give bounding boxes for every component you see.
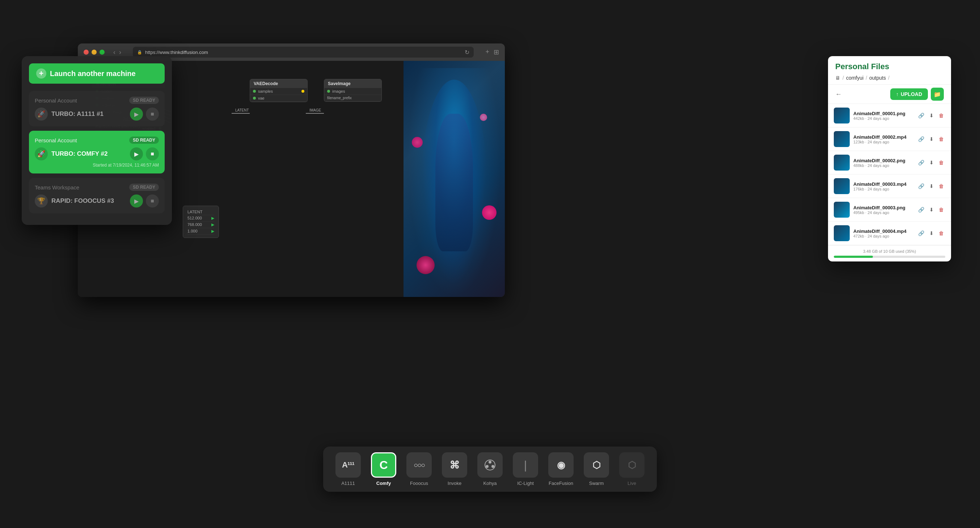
dock-item-swarm[interactable]: ⬡ Swarm bbox=[580, 452, 612, 486]
latent-box: LATENT 512.000 ▶ 768.000 ▶ 1.000 ▶ bbox=[183, 206, 219, 238]
file-download-3[interactable]: ⬇ bbox=[928, 158, 935, 167]
account2-time: Started at 7/19/2024, 11:46:57 AM bbox=[35, 163, 159, 167]
file-info-1: AnimateDiff_00001.png 442kb · 24 days ag… bbox=[853, 111, 913, 121]
file-meta-3: 488kb · 24 days ago bbox=[853, 163, 913, 167]
file-item-2: AnimateDiff_00002.mp4 123kb · 24 days ag… bbox=[828, 128, 951, 151]
account2-controls: ▶ ■ bbox=[130, 147, 159, 160]
invoke-label: Invoke bbox=[448, 480, 461, 486]
file-thumb-6 bbox=[834, 225, 850, 241]
svg-point-10 bbox=[486, 465, 488, 468]
file-name-4: AnimateDiff_00003.mp4 bbox=[853, 182, 913, 187]
files-toolbar: ← ↑ UPLOAD 📁 bbox=[828, 85, 951, 104]
machine-card-1: Personal Account SD READY 🚀 TURBO: A1111… bbox=[29, 91, 165, 126]
file-delete-5[interactable]: 🗑 bbox=[937, 205, 945, 214]
facefusion-label: FaceFusion bbox=[549, 480, 573, 486]
file-download-6[interactable]: ⬇ bbox=[928, 229, 935, 238]
file-delete-1[interactable]: 🗑 bbox=[937, 111, 945, 120]
file-link-5[interactable]: 🔗 bbox=[917, 205, 926, 214]
file-delete-6[interactable]: 🗑 bbox=[937, 229, 945, 238]
files-back-button[interactable]: ← bbox=[835, 91, 842, 98]
minimize-button[interactable] bbox=[92, 49, 97, 55]
new-tab-button[interactable]: + bbox=[485, 48, 489, 56]
file-download-5[interactable]: ⬇ bbox=[928, 205, 935, 214]
file-download-4[interactable]: ⬇ bbox=[928, 182, 935, 190]
upload-label: UPLOAD bbox=[901, 91, 922, 97]
traffic-lights bbox=[84, 49, 105, 55]
file-link-3[interactable]: 🔗 bbox=[917, 158, 926, 167]
file-link-2[interactable]: 🔗 bbox=[917, 135, 926, 144]
launch-button-label: Launch another machine bbox=[50, 70, 136, 78]
upload-icon: ↑ bbox=[896, 91, 899, 97]
account2-label: Personal Account bbox=[35, 137, 77, 144]
file-info-2: AnimateDiff_00002.mp4 123kb · 24 days ag… bbox=[853, 134, 913, 144]
latent-val3: 1.000 ▶ bbox=[188, 228, 214, 234]
iclight-label: IC-Light bbox=[517, 480, 534, 486]
file-meta-2: 123kb · 24 days ago bbox=[853, 140, 913, 144]
breadcrumb-comfyui[interactable]: comfyui bbox=[846, 75, 864, 81]
account3-play-button[interactable]: ▶ bbox=[130, 195, 143, 207]
machine-card-2-header: Personal Account SD READY bbox=[35, 137, 159, 144]
nav-back-button[interactable]: ‹ bbox=[113, 48, 115, 56]
dock-item-fooocus[interactable]: ○○○ Fooocus bbox=[403, 452, 435, 486]
maximize-button[interactable] bbox=[100, 49, 105, 55]
file-download-1[interactable]: ⬇ bbox=[928, 111, 935, 120]
account2-machine-name: TURBO: COMFY #2 bbox=[51, 150, 126, 158]
account2-icon: 🚀 bbox=[35, 147, 48, 160]
account2-play-button[interactable]: ▶ bbox=[130, 147, 143, 160]
machine-card-2-row: 🚀 TURBO: COMFY #2 ▶ ■ bbox=[35, 147, 159, 160]
nav-forward-button[interactable]: › bbox=[119, 48, 121, 56]
file-info-5: AnimateDiff_00003.png 495kb · 24 days ag… bbox=[853, 205, 913, 215]
account2-stop-button[interactable]: ■ bbox=[146, 147, 159, 160]
storage-fill bbox=[834, 256, 873, 258]
account3-label: Teams Workspace bbox=[35, 184, 79, 190]
browser-actions: + ⊞ bbox=[485, 48, 499, 56]
new-folder-button[interactable]: 📁 bbox=[931, 88, 944, 100]
file-name-5: AnimateDiff_00003.png bbox=[853, 205, 913, 211]
dock-item-iclight[interactable]: | IC-Light bbox=[509, 452, 542, 486]
file-link-4[interactable]: 🔗 bbox=[917, 182, 926, 190]
file-item-3: AnimateDiff_00002.png 488kb · 24 days ag… bbox=[828, 151, 951, 175]
file-delete-4[interactable]: 🗑 bbox=[937, 182, 945, 190]
saveimage-images-row: images bbox=[324, 88, 382, 95]
url-text: https://www.thinkdiffusion.com bbox=[145, 49, 208, 55]
files-header: Personal Files 🖥 / comfyui / outputs / bbox=[828, 56, 951, 85]
file-delete-3[interactable]: 🗑 bbox=[937, 158, 945, 167]
dock-item-facefusion[interactable]: ◉ FaceFusion bbox=[545, 452, 577, 486]
account3-stop-button[interactable]: ■ bbox=[146, 195, 159, 207]
file-list: AnimateDiff_00001.png 442kb · 24 days ag… bbox=[828, 104, 951, 245]
dock-item-a1111[interactable]: A¹¹¹ A1111 bbox=[332, 452, 364, 486]
file-delete-2[interactable]: 🗑 bbox=[937, 135, 945, 144]
tabs-button[interactable]: ⊞ bbox=[494, 48, 499, 56]
file-link-6[interactable]: 🔗 bbox=[917, 229, 926, 238]
account1-stop-button[interactable]: ■ bbox=[146, 108, 159, 121]
files-panel: Personal Files 🖥 / comfyui / outputs / ←… bbox=[828, 56, 951, 262]
close-button[interactable] bbox=[84, 49, 89, 55]
a1111-label: A1111 bbox=[341, 480, 355, 486]
file-thumb-5 bbox=[834, 202, 850, 218]
breadcrumb-outputs[interactable]: outputs bbox=[869, 75, 886, 81]
comfy-label: Comfy bbox=[376, 480, 391, 486]
file-thumb-2 bbox=[834, 131, 850, 147]
file-download-2[interactable]: ⬇ bbox=[928, 135, 935, 144]
account1-controls: ▶ ■ bbox=[130, 108, 159, 121]
ai-generated-image bbox=[404, 61, 505, 297]
svg-point-9 bbox=[488, 461, 492, 464]
file-meta-1: 442kb · 24 days ago bbox=[853, 116, 913, 121]
lock-icon: 🔒 bbox=[137, 50, 142, 55]
dock-item-live[interactable]: ⬡ Live bbox=[616, 452, 648, 486]
dock-item-kohya[interactable]: Kohya bbox=[474, 452, 506, 486]
file-link-1[interactable]: 🔗 bbox=[917, 111, 926, 120]
facefusion-icon: ◉ bbox=[548, 452, 574, 478]
dock-item-comfy[interactable]: C Comfy bbox=[368, 452, 400, 486]
dock-item-invoke[interactable]: ⌘ Invoke bbox=[438, 452, 471, 486]
refresh-icon[interactable]: ↻ bbox=[465, 49, 469, 56]
upload-button[interactable]: ↑ UPLOAD bbox=[890, 88, 928, 100]
file-info-3: AnimateDiff_00002.png 488kb · 24 days ag… bbox=[853, 158, 913, 167]
files-title: Personal Files bbox=[835, 62, 944, 71]
file-name-3: AnimateDiff_00002.png bbox=[853, 158, 913, 163]
invoke-icon: ⌘ bbox=[442, 452, 467, 478]
account1-play-button[interactable]: ▶ bbox=[130, 108, 143, 121]
files-breadcrumb: 🖥 / comfyui / outputs / bbox=[835, 75, 944, 81]
launch-machine-button[interactable]: + Launch another machine bbox=[29, 63, 165, 84]
address-bar[interactable]: 🔒 https://www.thinkdiffusion.com ↻ bbox=[133, 47, 474, 57]
